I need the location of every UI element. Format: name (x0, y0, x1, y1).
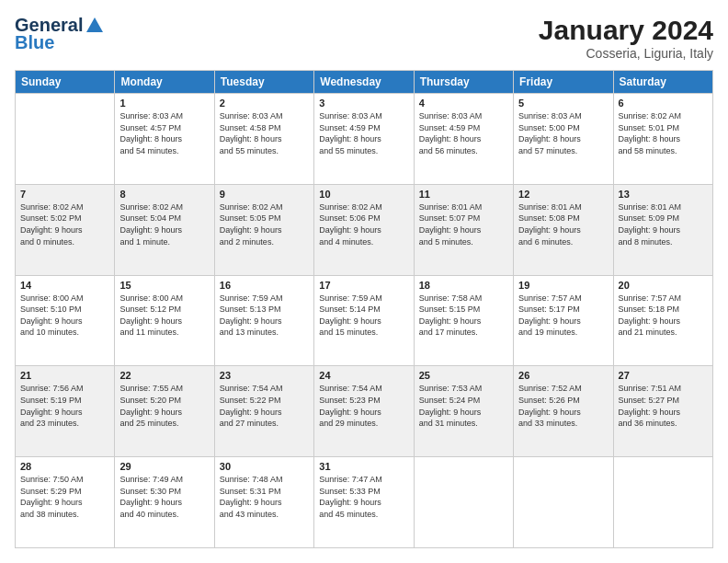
day-info: Sunrise: 7:47 AM Sunset: 5:33 PM Dayligh… (319, 474, 408, 520)
day-number: 7 (20, 189, 109, 200)
day-info: Sunrise: 7:54 AM Sunset: 5:23 PM Dayligh… (319, 383, 408, 429)
day-cell: 22Sunrise: 7:55 AM Sunset: 5:20 PM Dayli… (115, 366, 214, 457)
day-cell: 17Sunrise: 7:59 AM Sunset: 5:14 PM Dayli… (314, 275, 414, 366)
day-cell: 18Sunrise: 7:58 AM Sunset: 5:15 PM Dayli… (414, 275, 513, 366)
logo-icon (85, 16, 105, 36)
day-number: 9 (220, 189, 309, 200)
day-cell: 8Sunrise: 8:02 AM Sunset: 5:04 PM Daylig… (115, 184, 214, 275)
day-number: 23 (220, 370, 309, 381)
day-number: 19 (518, 280, 608, 291)
day-info: Sunrise: 7:49 AM Sunset: 5:30 PM Dayligh… (119, 474, 209, 520)
day-info: Sunrise: 8:00 AM Sunset: 5:12 PM Dayligh… (119, 293, 209, 339)
day-info: Sunrise: 7:59 AM Sunset: 5:14 PM Dayligh… (319, 293, 408, 339)
day-number: 22 (119, 370, 209, 381)
svg-marker-0 (86, 17, 103, 32)
logo-blue: Blue (15, 32, 54, 53)
day-info: Sunrise: 8:03 AM Sunset: 4:57 PM Dayligh… (119, 110, 209, 156)
day-info: Sunrise: 7:57 AM Sunset: 5:18 PM Dayligh… (619, 293, 708, 339)
day-cell: 1Sunrise: 8:03 AM Sunset: 4:57 PM Daylig… (115, 94, 214, 185)
day-info: Sunrise: 8:03 AM Sunset: 4:58 PM Dayligh… (220, 110, 309, 156)
header-row: SundayMondayTuesdayWednesdayThursdayFrid… (16, 71, 713, 94)
week-row-2: 14Sunrise: 8:00 AM Sunset: 5:10 PM Dayli… (16, 275, 713, 366)
logo: General Blue (15, 15, 105, 53)
day-cell: 24Sunrise: 7:54 AM Sunset: 5:23 PM Dayli… (314, 366, 414, 457)
day-number: 10 (319, 189, 408, 200)
day-cell: 20Sunrise: 7:57 AM Sunset: 5:18 PM Dayli… (613, 275, 712, 366)
day-cell: 11Sunrise: 8:01 AM Sunset: 5:07 PM Dayli… (414, 184, 513, 275)
day-cell: 21Sunrise: 7:56 AM Sunset: 5:19 PM Dayli… (16, 366, 115, 457)
day-cell: 25Sunrise: 7:53 AM Sunset: 5:24 PM Dayli… (414, 366, 513, 457)
day-cell: 27Sunrise: 7:51 AM Sunset: 5:27 PM Dayli… (613, 366, 712, 457)
month-title: January 2024 (539, 15, 713, 46)
day-number: 27 (619, 370, 708, 381)
day-info: Sunrise: 7:50 AM Sunset: 5:29 PM Dayligh… (20, 474, 109, 520)
header: General Blue January 2024 Cosseria, Ligu… (15, 15, 713, 61)
day-number: 30 (220, 461, 309, 472)
week-row-3: 21Sunrise: 7:56 AM Sunset: 5:19 PM Dayli… (16, 366, 713, 457)
day-info: Sunrise: 8:02 AM Sunset: 5:02 PM Dayligh… (20, 201, 109, 247)
day-info: Sunrise: 8:03 AM Sunset: 4:59 PM Dayligh… (319, 110, 408, 156)
day-info: Sunrise: 8:02 AM Sunset: 5:01 PM Dayligh… (619, 110, 708, 156)
day-info: Sunrise: 7:57 AM Sunset: 5:17 PM Dayligh… (518, 293, 608, 339)
day-cell: 16Sunrise: 7:59 AM Sunset: 5:13 PM Dayli… (214, 275, 313, 366)
day-cell (414, 457, 513, 548)
week-row-0: 1Sunrise: 8:03 AM Sunset: 4:57 PM Daylig… (16, 94, 713, 185)
day-cell: 29Sunrise: 7:49 AM Sunset: 5:30 PM Dayli… (115, 457, 214, 548)
day-number: 12 (518, 189, 608, 200)
week-row-4: 28Sunrise: 7:50 AM Sunset: 5:29 PM Dayli… (16, 457, 713, 548)
day-cell: 7Sunrise: 8:02 AM Sunset: 5:02 PM Daylig… (16, 184, 115, 275)
day-number: 16 (220, 280, 309, 291)
day-cell: 23Sunrise: 7:54 AM Sunset: 5:22 PM Dayli… (214, 366, 313, 457)
day-cell: 31Sunrise: 7:47 AM Sunset: 5:33 PM Dayli… (314, 457, 414, 548)
day-number: 1 (119, 98, 209, 109)
day-number: 15 (119, 280, 209, 291)
day-number: 18 (419, 280, 508, 291)
location: Cosseria, Liguria, Italy (539, 46, 713, 61)
day-number: 4 (419, 98, 508, 109)
day-cell: 30Sunrise: 7:48 AM Sunset: 5:31 PM Dayli… (214, 457, 313, 548)
day-cell: 9Sunrise: 8:02 AM Sunset: 5:05 PM Daylig… (214, 184, 313, 275)
day-info: Sunrise: 7:58 AM Sunset: 5:15 PM Dayligh… (419, 293, 508, 339)
calendar-table: SundayMondayTuesdayWednesdayThursdayFrid… (15, 70, 713, 548)
day-number: 20 (619, 280, 708, 291)
day-info: Sunrise: 8:01 AM Sunset: 5:08 PM Dayligh… (518, 201, 608, 247)
day-number: 14 (20, 280, 109, 291)
col-header-monday: Monday (115, 71, 214, 94)
day-info: Sunrise: 7:55 AM Sunset: 5:20 PM Dayligh… (119, 383, 209, 429)
day-number: 13 (619, 189, 708, 200)
day-cell (514, 457, 613, 548)
day-info: Sunrise: 8:02 AM Sunset: 5:06 PM Dayligh… (319, 201, 408, 247)
day-info: Sunrise: 7:51 AM Sunset: 5:27 PM Dayligh… (619, 383, 708, 429)
day-info: Sunrise: 8:00 AM Sunset: 5:10 PM Dayligh… (20, 293, 109, 339)
day-info: Sunrise: 7:56 AM Sunset: 5:19 PM Dayligh… (20, 383, 109, 429)
day-cell: 14Sunrise: 8:00 AM Sunset: 5:10 PM Dayli… (16, 275, 115, 366)
day-cell: 3Sunrise: 8:03 AM Sunset: 4:59 PM Daylig… (314, 94, 414, 185)
day-number: 11 (419, 189, 508, 200)
day-number: 2 (220, 98, 309, 109)
day-cell: 10Sunrise: 8:02 AM Sunset: 5:06 PM Dayli… (314, 184, 414, 275)
day-number: 25 (419, 370, 508, 381)
day-number: 28 (20, 461, 109, 472)
day-number: 26 (518, 370, 608, 381)
day-number: 17 (319, 280, 408, 291)
week-row-1: 7Sunrise: 8:02 AM Sunset: 5:02 PM Daylig… (16, 184, 713, 275)
day-cell: 5Sunrise: 8:03 AM Sunset: 5:00 PM Daylig… (514, 94, 613, 185)
day-info: Sunrise: 8:02 AM Sunset: 5:05 PM Dayligh… (220, 201, 309, 247)
col-header-friday: Friday (514, 71, 613, 94)
day-cell: 28Sunrise: 7:50 AM Sunset: 5:29 PM Dayli… (16, 457, 115, 548)
day-cell: 4Sunrise: 8:03 AM Sunset: 4:59 PM Daylig… (414, 94, 513, 185)
day-cell: 26Sunrise: 7:52 AM Sunset: 5:26 PM Dayli… (514, 366, 613, 457)
day-info: Sunrise: 7:48 AM Sunset: 5:31 PM Dayligh… (220, 474, 309, 520)
day-info: Sunrise: 7:52 AM Sunset: 5:26 PM Dayligh… (518, 383, 608, 429)
col-header-sunday: Sunday (16, 71, 115, 94)
col-header-tuesday: Tuesday (214, 71, 313, 94)
day-info: Sunrise: 7:54 AM Sunset: 5:22 PM Dayligh… (220, 383, 309, 429)
day-info: Sunrise: 8:01 AM Sunset: 5:09 PM Dayligh… (619, 201, 708, 247)
day-cell: 19Sunrise: 7:57 AM Sunset: 5:17 PM Dayli… (514, 275, 613, 366)
day-number: 21 (20, 370, 109, 381)
page: General Blue January 2024 Cosseria, Ligu… (0, 0, 728, 563)
day-number: 6 (619, 98, 708, 109)
day-cell: 13Sunrise: 8:01 AM Sunset: 5:09 PM Dayli… (613, 184, 712, 275)
day-info: Sunrise: 8:03 AM Sunset: 4:59 PM Dayligh… (419, 110, 508, 156)
col-header-saturday: Saturday (613, 71, 712, 94)
